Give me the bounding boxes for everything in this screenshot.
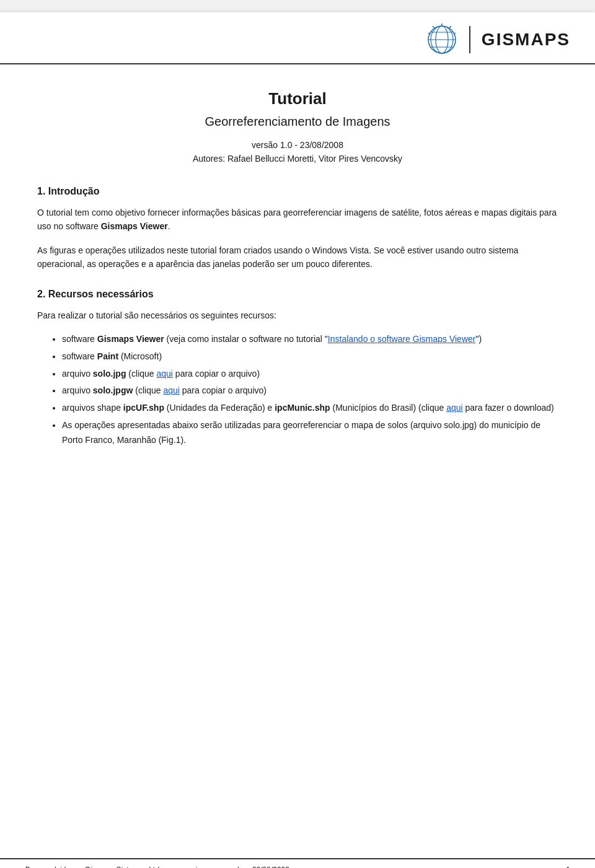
list-item: arquivos shape ipcUF.shp (Unidades da Fe… — [62, 401, 558, 416]
content: Tutorial Georreferenciamento de Imagens … — [0, 64, 595, 507]
header: GISMAPS — [0, 12, 595, 64]
shape-download-link[interactable]: aqui — [446, 403, 462, 413]
list-item: arquivo solo.jpgw (clique aqui para copi… — [62, 384, 558, 398]
list-item: As operações apresentadas abaixo serão u… — [62, 418, 558, 448]
list-item: arquivo solo.jpg (clique aqui para copia… — [62, 367, 558, 382]
section1-heading: 1. Introdução — [37, 186, 558, 197]
solo-jpg-link[interactable]: aqui — [157, 369, 173, 379]
footer-left: Desenvolvido por Gismaps Sistemas Ltda. … — [25, 866, 289, 868]
resources-list: software Gismaps Viewer (veja como insta… — [37, 332, 558, 448]
footer-page: 1 — [566, 866, 570, 868]
section2-intro: Para realizar o tutorial são necessários… — [37, 309, 558, 322]
section1-para2: As figuras e operações utilizados neste … — [37, 243, 558, 271]
solo-jpgw-link[interactable]: aqui — [163, 385, 179, 395]
gismaps-viewer-link[interactable]: Instalando o software Gismaps Viewer — [328, 334, 476, 344]
document-title: Tutorial — [37, 89, 558, 108]
list-item: software Gismaps Viewer (veja como insta… — [62, 332, 558, 347]
gismaps-logo-icon — [426, 24, 458, 56]
svg-line-7 — [433, 26, 434, 28]
document-subtitle: Georreferenciamento de Imagens — [37, 115, 558, 129]
section2-heading: 2. Recursos necessários — [37, 289, 558, 300]
logo-area: GISMAPS — [426, 24, 570, 56]
page: GISMAPS Tutorial Georreferenciamento de … — [0, 12, 595, 868]
section1-para1: O tutorial tem como objetivo fornecer in… — [37, 206, 558, 234]
logo-text: GISMAPS — [482, 30, 570, 50]
list-item: software Paint (Microsoft) — [62, 349, 558, 364]
footer: Desenvolvido por Gismaps Sistemas Ltda. … — [0, 858, 595, 868]
document-authors: Autores: Rafael Bellucci Moretti, Vitor … — [37, 154, 558, 164]
document-version: versão 1.0 - 23/08/2008 — [37, 140, 558, 150]
svg-line-8 — [449, 26, 451, 28]
logo-divider — [469, 26, 470, 53]
